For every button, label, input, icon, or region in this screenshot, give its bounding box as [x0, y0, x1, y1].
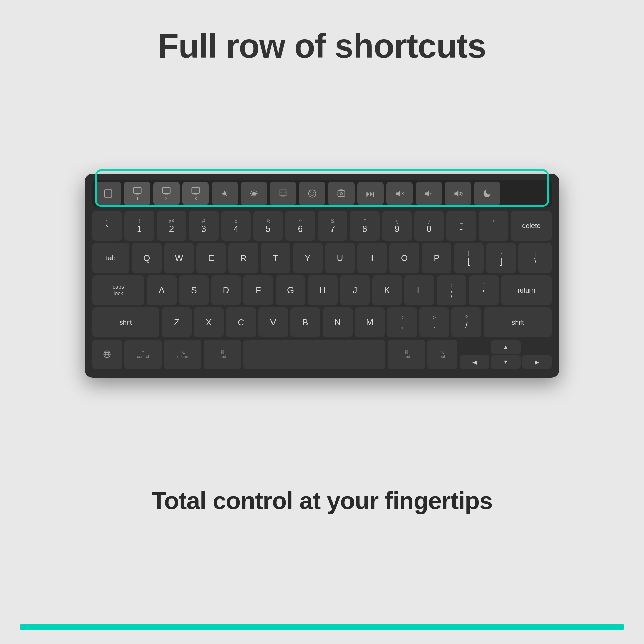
key-equals[interactable]: += [479, 211, 508, 241]
key-w[interactable]: W [164, 243, 194, 273]
key-arrow-right[interactable]: ▶ [522, 355, 552, 369]
svg-rect-2 [136, 194, 139, 194]
key-j[interactable]: J [340, 275, 370, 305]
svg-line-13 [226, 195, 227, 196]
key-6[interactable]: ^6 [285, 211, 315, 241]
key-e[interactable]: E [196, 243, 226, 273]
svg-line-14 [223, 195, 223, 196]
key-semicolon[interactable]: :; [437, 275, 466, 305]
key-u[interactable]: U [325, 243, 355, 273]
key-8[interactable]: *8 [350, 211, 380, 241]
key-d[interactable]: D [211, 275, 241, 305]
svg-rect-3 [162, 188, 170, 193]
svg-point-31 [310, 192, 311, 193]
fn-key-media-next[interactable]: ⏭ [357, 182, 384, 205]
key-q[interactable]: Q [132, 243, 162, 273]
svg-line-21 [251, 191, 252, 192]
key-l[interactable]: L [404, 275, 434, 305]
key-backslash[interactable]: |\ [518, 243, 552, 273]
key-option-right[interactable]: ⌥opt [427, 340, 457, 369]
fn-shortcut-row: 1 2 3 [92, 180, 552, 207]
fn-key-sleep[interactable] [474, 182, 500, 205]
key-g[interactable]: G [276, 275, 305, 305]
svg-line-24 [256, 191, 256, 192]
key-slash[interactable]: ?/ [451, 307, 481, 337]
key-shift-right[interactable]: shift [484, 307, 552, 337]
key-o[interactable]: O [389, 243, 419, 273]
svg-rect-6 [194, 194, 197, 194]
svg-marker-39 [425, 190, 429, 197]
key-tab[interactable]: tab [92, 243, 129, 273]
key-7[interactable]: &7 [318, 211, 347, 241]
key-b[interactable]: B [290, 307, 320, 337]
key-globe[interactable] [92, 340, 122, 369]
key-a[interactable]: A [147, 275, 177, 305]
key-backtick[interactable]: ~` [92, 211, 122, 241]
key-z[interactable]: Z [162, 307, 192, 337]
fn-key-screenshot[interactable] [328, 182, 355, 205]
key-f[interactable]: F [243, 275, 273, 305]
key-spacebar[interactable] [243, 340, 385, 369]
page-title: Full row of shortcuts [158, 27, 486, 64]
key-comma[interactable]: <, [387, 307, 417, 337]
key-bracket-right[interactable]: }] [486, 243, 516, 273]
key-arrow-up[interactable]: ▲ [491, 340, 521, 354]
key-4[interactable]: $4 [221, 211, 251, 241]
key-control[interactable]: ^control [124, 340, 162, 369]
key-y[interactable]: Y [293, 243, 323, 273]
key-cmd-left[interactable]: ⌘cmd [204, 340, 241, 369]
svg-point-7 [223, 192, 226, 195]
key-9[interactable]: (9 [382, 211, 412, 241]
key-c[interactable]: C [226, 307, 256, 337]
key-delete[interactable]: delete [511, 211, 552, 241]
key-t[interactable]: T [261, 243, 290, 273]
key-period[interactable]: >. [419, 307, 449, 337]
fn-key-brightness-down[interactable] [212, 182, 238, 205]
fn-key-device2[interactable]: 2 [153, 182, 180, 205]
key-k[interactable]: K [372, 275, 402, 305]
svg-marker-40 [455, 190, 459, 197]
svg-rect-1 [133, 188, 141, 193]
svg-point-30 [309, 190, 316, 197]
svg-point-16 [252, 192, 256, 196]
key-2[interactable]: @2 [157, 211, 186, 241]
keyboard: 1 2 3 [85, 174, 559, 378]
key-caps-lock[interactable]: capslock [92, 275, 144, 305]
fn-key-brightness-up[interactable] [241, 182, 267, 205]
key-n[interactable]: N [323, 307, 353, 337]
keyboard-wrapper: 1 2 3 [85, 174, 559, 378]
key-h[interactable]: H [308, 275, 338, 305]
fn-key-mute[interactable] [386, 182, 413, 205]
fn-key-device1[interactable]: 1 [124, 182, 150, 205]
key-cmd-right[interactable]: ⌘cmd [388, 340, 425, 369]
key-s[interactable]: S [179, 275, 209, 305]
home-row: capslock A S D F G H J K L :; "' return [92, 275, 552, 305]
key-v[interactable]: V [258, 307, 288, 337]
key-option-left[interactable]: ⌥option [164, 340, 201, 369]
svg-line-23 [251, 195, 252, 196]
key-3[interactable]: #3 [189, 211, 219, 241]
key-arrow-down[interactable]: ▼ [491, 355, 521, 369]
key-5[interactable]: %5 [253, 211, 283, 241]
fn-key-emoji[interactable] [299, 182, 325, 205]
key-arrow-left[interactable]: ◀ [460, 355, 489, 369]
key-minus[interactable]: _- [446, 211, 476, 241]
key-rows: ~` !1 @2 #3 $4 %5 ^6 &7 *8 (9 )0 _- += d… [92, 211, 552, 369]
key-x[interactable]: X [194, 307, 224, 337]
key-r[interactable]: R [228, 243, 258, 273]
key-i[interactable]: I [357, 243, 387, 273]
key-m[interactable]: M [355, 307, 385, 337]
key-p[interactable]: P [422, 243, 451, 273]
key-return[interactable]: return [501, 275, 552, 305]
fn-key-task-view[interactable] [95, 182, 121, 205]
fn-key-volume-up[interactable] [445, 182, 471, 205]
fn-key-device3[interactable]: 3 [182, 182, 209, 205]
key-bracket-left[interactable]: {[ [454, 243, 484, 273]
key-shift-left[interactable]: shift [92, 307, 159, 337]
key-quote[interactable]: "' [469, 275, 499, 305]
key-0[interactable]: )0 [414, 211, 444, 241]
svg-point-32 [313, 192, 314, 193]
fn-key-volume-down[interactable] [416, 182, 442, 205]
key-1[interactable]: !1 [124, 211, 154, 241]
fn-key-display[interactable] [270, 182, 296, 205]
